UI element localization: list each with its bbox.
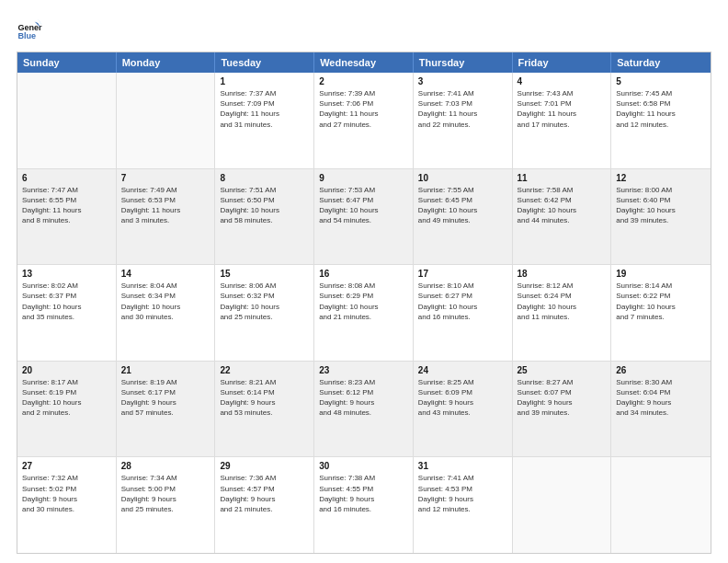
day-number: 27 (22, 461, 111, 471)
day-number: 10 (418, 173, 507, 183)
cell-content: Sunrise: 7:34 AMSunset: 5:00 PMDaylight:… (121, 473, 210, 514)
day-cell-16: 16Sunrise: 8:08 AMSunset: 6:29 PMDayligh… (314, 265, 414, 361)
day-number: 6 (22, 173, 111, 183)
cell-content: Sunrise: 8:17 AMSunset: 6:19 PMDaylight:… (22, 377, 111, 419)
day-number: 30 (319, 461, 408, 471)
svg-text:Blue: Blue (17, 31, 36, 40)
day-number: 31 (418, 461, 507, 471)
logo-icon: General Blue (17, 17, 42, 42)
cell-content: Sunrise: 8:14 AMSunset: 6:22 PMDaylight:… (616, 281, 706, 322)
day-cell-22: 22Sunrise: 8:21 AMSunset: 6:14 PMDayligh… (215, 362, 314, 457)
cell-content: Sunrise: 8:00 AMSunset: 6:40 PMDaylight:… (616, 185, 706, 226)
day-number: 19 (616, 269, 706, 279)
day-cell-1: 1Sunrise: 7:37 AMSunset: 7:09 PMDaylight… (215, 73, 314, 168)
calendar-body: 1Sunrise: 7:37 AMSunset: 7:09 PMDaylight… (17, 73, 711, 553)
day-cell-13: 13Sunrise: 8:02 AMSunset: 6:37 PMDayligh… (17, 265, 117, 361)
weekday-header-tuesday: Tuesday (215, 52, 314, 73)
empty-cell (17, 73, 117, 168)
empty-cell (117, 73, 216, 168)
day-cell-29: 29Sunrise: 7:36 AMSunset: 4:57 PMDayligh… (215, 457, 314, 553)
day-number: 8 (220, 173, 309, 183)
day-cell-12: 12Sunrise: 8:00 AMSunset: 6:40 PMDayligh… (611, 169, 711, 265)
calendar-row-1: 6Sunrise: 7:47 AMSunset: 6:55 PMDaylight… (17, 168, 711, 265)
day-number: 21 (121, 365, 210, 375)
day-cell-26: 26Sunrise: 8:30 AMSunset: 6:04 PMDayligh… (611, 362, 711, 457)
day-cell-24: 24Sunrise: 8:25 AMSunset: 6:09 PMDayligh… (414, 362, 513, 457)
cell-content: Sunrise: 7:55 AMSunset: 6:45 PMDaylight:… (418, 185, 507, 226)
day-number: 5 (616, 76, 706, 86)
day-cell-7: 7Sunrise: 7:49 AMSunset: 6:53 PMDaylight… (117, 169, 216, 265)
cell-content: Sunrise: 7:39 AMSunset: 7:06 PMDaylight:… (319, 88, 408, 130)
calendar-row-2: 13Sunrise: 8:02 AMSunset: 6:37 PMDayligh… (17, 264, 711, 361)
cell-content: Sunrise: 7:45 AMSunset: 6:58 PMDaylight:… (616, 88, 706, 130)
day-number: 13 (22, 269, 111, 279)
cell-content: Sunrise: 7:53 AMSunset: 6:47 PMDaylight:… (319, 185, 408, 226)
day-cell-27: 27Sunrise: 7:32 AMSunset: 5:02 PMDayligh… (17, 457, 117, 553)
day-cell-2: 2Sunrise: 7:39 AMSunset: 7:06 PMDaylight… (314, 73, 414, 168)
day-cell-5: 5Sunrise: 7:45 AMSunset: 6:58 PMDaylight… (611, 73, 711, 168)
day-number: 7 (121, 173, 210, 183)
cell-content: Sunrise: 8:10 AMSunset: 6:27 PMDaylight:… (418, 281, 507, 322)
day-number: 12 (616, 173, 706, 183)
day-number: 14 (121, 269, 210, 279)
cell-content: Sunrise: 8:08 AMSunset: 6:29 PMDaylight:… (319, 281, 408, 322)
day-cell-4: 4Sunrise: 7:43 AMSunset: 7:01 PMDaylight… (513, 73, 612, 168)
day-cell-14: 14Sunrise: 8:04 AMSunset: 6:34 PMDayligh… (117, 265, 216, 361)
day-cell-3: 3Sunrise: 7:41 AMSunset: 7:03 PMDaylight… (414, 73, 513, 168)
day-cell-19: 19Sunrise: 8:14 AMSunset: 6:22 PMDayligh… (611, 265, 711, 361)
day-number: 1 (220, 76, 309, 86)
calendar-header: SundayMondayTuesdayWednesdayThursdayFrid… (17, 52, 711, 73)
calendar-row-3: 20Sunrise: 8:17 AMSunset: 6:19 PMDayligh… (17, 361, 711, 457)
day-cell-28: 28Sunrise: 7:34 AMSunset: 5:00 PMDayligh… (117, 457, 216, 553)
day-cell-11: 11Sunrise: 7:58 AMSunset: 6:42 PMDayligh… (513, 169, 612, 265)
cell-content: Sunrise: 7:47 AMSunset: 6:55 PMDaylight:… (22, 185, 111, 226)
day-number: 9 (319, 173, 408, 183)
day-number: 25 (518, 365, 607, 375)
day-number: 18 (518, 269, 607, 279)
empty-cell (513, 457, 612, 553)
cell-content: Sunrise: 7:32 AMSunset: 5:02 PMDaylight:… (22, 473, 111, 514)
day-cell-15: 15Sunrise: 8:06 AMSunset: 6:32 PMDayligh… (215, 265, 314, 361)
cell-content: Sunrise: 7:41 AMSunset: 7:03 PMDaylight:… (418, 88, 507, 130)
day-number: 22 (220, 365, 309, 375)
weekday-header-monday: Monday (117, 52, 216, 73)
day-cell-10: 10Sunrise: 7:55 AMSunset: 6:45 PMDayligh… (414, 169, 513, 265)
cell-content: Sunrise: 8:21 AMSunset: 6:14 PMDaylight:… (220, 377, 309, 419)
day-cell-17: 17Sunrise: 8:10 AMSunset: 6:27 PMDayligh… (414, 265, 513, 361)
cell-content: Sunrise: 7:36 AMSunset: 4:57 PMDaylight:… (220, 473, 309, 514)
day-cell-23: 23Sunrise: 8:23 AMSunset: 6:12 PMDayligh… (314, 362, 414, 457)
day-number: 16 (319, 269, 408, 279)
cell-content: Sunrise: 8:30 AMSunset: 6:04 PMDaylight:… (616, 377, 706, 419)
day-cell-20: 20Sunrise: 8:17 AMSunset: 6:19 PMDayligh… (17, 362, 117, 457)
day-cell-31: 31Sunrise: 7:41 AMSunset: 4:53 PMDayligh… (414, 457, 513, 553)
cell-content: Sunrise: 7:41 AMSunset: 4:53 PMDaylight:… (418, 473, 507, 514)
day-cell-25: 25Sunrise: 8:27 AMSunset: 6:07 PMDayligh… (513, 362, 612, 457)
day-number: 20 (22, 365, 111, 375)
weekday-header-friday: Friday (513, 52, 612, 73)
weekday-header-wednesday: Wednesday (314, 52, 414, 73)
weekday-header-thursday: Thursday (414, 52, 513, 73)
day-number: 15 (220, 269, 309, 279)
day-number: 28 (121, 461, 210, 471)
cell-content: Sunrise: 8:25 AMSunset: 6:09 PMDaylight:… (418, 377, 507, 419)
day-cell-6: 6Sunrise: 7:47 AMSunset: 6:55 PMDaylight… (17, 169, 117, 265)
page-header: General Blue (17, 17, 711, 42)
cell-content: Sunrise: 7:37 AMSunset: 7:09 PMDaylight:… (220, 88, 309, 130)
cell-content: Sunrise: 8:02 AMSunset: 6:37 PMDaylight:… (22, 281, 111, 322)
weekday-header-sunday: Sunday (17, 52, 117, 73)
cell-content: Sunrise: 8:19 AMSunset: 6:17 PMDaylight:… (121, 377, 210, 419)
day-number: 3 (418, 76, 507, 86)
weekday-header-saturday: Saturday (611, 52, 711, 73)
day-number: 23 (319, 365, 408, 375)
cell-content: Sunrise: 7:58 AMSunset: 6:42 PMDaylight:… (518, 185, 607, 226)
day-cell-9: 9Sunrise: 7:53 AMSunset: 6:47 PMDaylight… (314, 169, 414, 265)
day-cell-21: 21Sunrise: 8:19 AMSunset: 6:17 PMDayligh… (117, 362, 216, 457)
calendar-row-4: 27Sunrise: 7:32 AMSunset: 5:02 PMDayligh… (17, 456, 711, 553)
day-number: 2 (319, 76, 408, 86)
cell-content: Sunrise: 8:23 AMSunset: 6:12 PMDaylight:… (319, 377, 408, 419)
day-number: 11 (518, 173, 607, 183)
calendar: SundayMondayTuesdayWednesdayThursdayFrid… (17, 52, 711, 554)
day-number: 26 (616, 365, 706, 375)
cell-content: Sunrise: 8:12 AMSunset: 6:24 PMDaylight:… (518, 281, 607, 322)
calendar-row-0: 1Sunrise: 7:37 AMSunset: 7:09 PMDaylight… (17, 73, 711, 168)
